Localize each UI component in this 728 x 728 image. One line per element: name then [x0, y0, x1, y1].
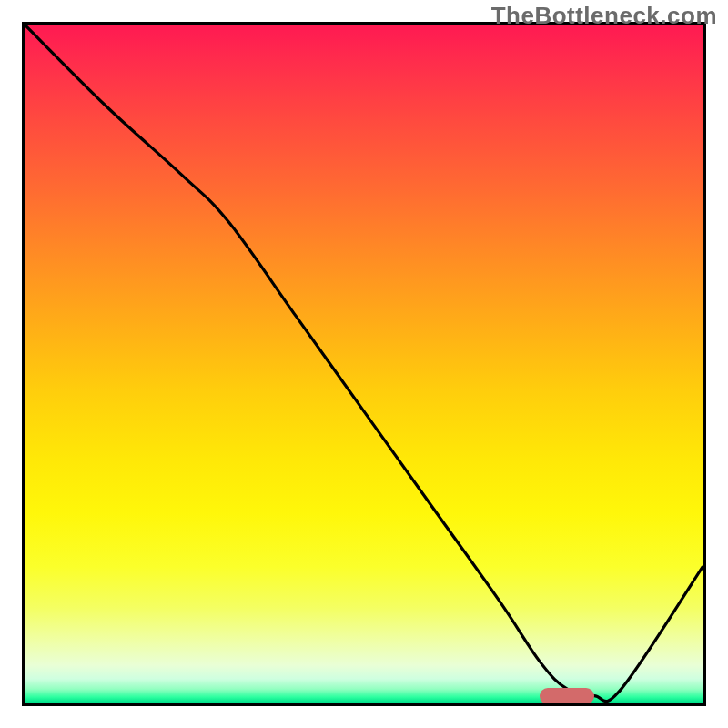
optimal-marker	[540, 688, 594, 704]
bottleneck-curve	[25, 25, 703, 703]
chart-container: TheBottleneck.com	[0, 0, 728, 728]
plot-area	[22, 22, 706, 706]
curve-path	[25, 25, 703, 702]
watermark-text: TheBottleneck.com	[491, 2, 717, 30]
